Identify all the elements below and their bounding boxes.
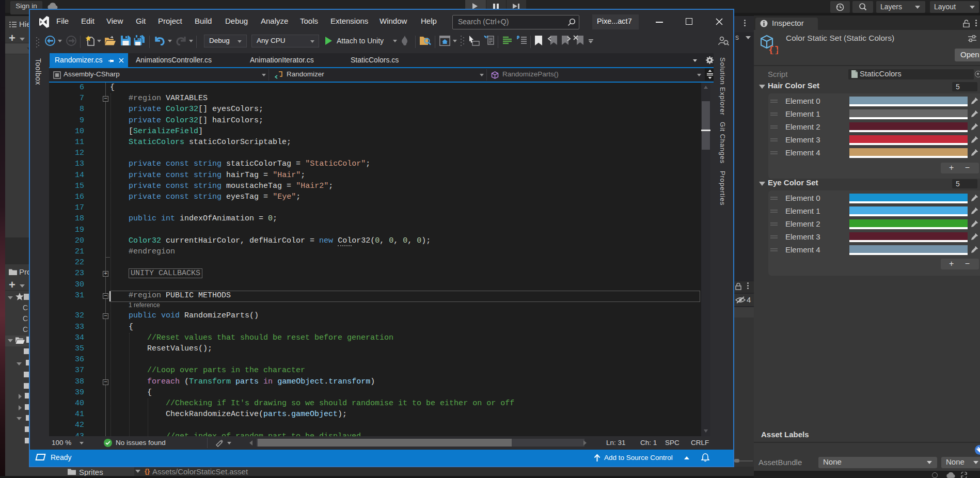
svg-text:{}: {} [768,44,778,54]
